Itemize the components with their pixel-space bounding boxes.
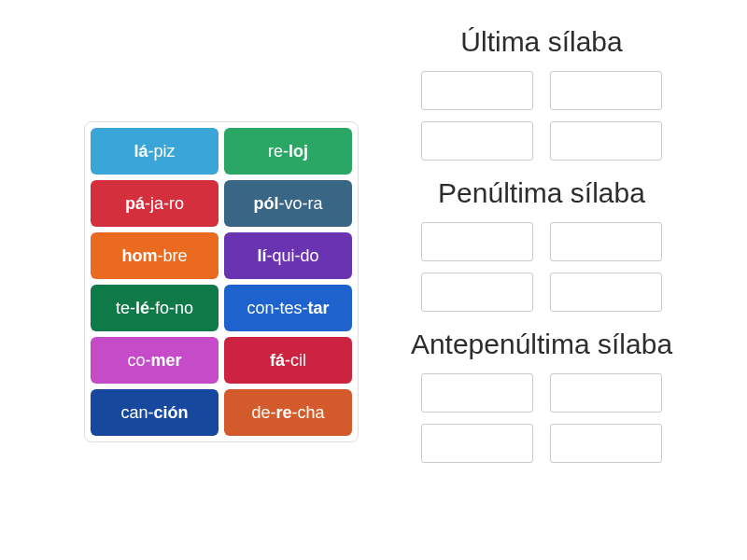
word-tile[interactable]: pá-ja-ro	[91, 180, 218, 227]
drop-slot[interactable]	[421, 424, 533, 463]
drop-slot[interactable]	[421, 71, 533, 110]
drop-slot[interactable]	[550, 373, 662, 413]
word-tile[interactable]: re-loj	[224, 128, 352, 175]
activity-stage: lá-pizre-lojpá-ja-ropól-vo-rahom-brelí-q…	[0, 0, 747, 560]
drop-zone-title: Última sílaba	[374, 26, 710, 58]
drop-zones-column: Última sílabaPenúltima sílabaAntepenúlti…	[374, 26, 710, 480]
word-tile[interactable]: de-re-cha	[224, 389, 352, 436]
drop-slot[interactable]	[550, 273, 662, 312]
drop-slot[interactable]	[421, 373, 533, 413]
word-tile[interactable]: pól-vo-ra	[224, 180, 352, 227]
drop-zone-slots	[374, 373, 710, 463]
drop-slot[interactable]	[421, 273, 533, 312]
drop-slot[interactable]	[550, 71, 662, 110]
word-tile[interactable]: lí-qui-do	[224, 232, 352, 279]
drop-zone-title: Antepenúltima sílaba	[374, 329, 710, 360]
word-tile[interactable]: can-ción	[91, 389, 218, 436]
word-tile[interactable]: con-tes-tar	[224, 285, 352, 331]
drop-slot[interactable]	[550, 121, 662, 161]
drop-slot[interactable]	[421, 121, 533, 161]
drop-slot[interactable]	[550, 222, 662, 261]
drop-zone-group: Antepenúltima sílaba	[374, 329, 710, 463]
drop-zone-slots	[374, 71, 710, 161]
word-tile[interactable]: lá-piz	[91, 128, 218, 175]
word-tile[interactable]: co-mer	[91, 337, 218, 384]
drop-zone-title: Penúltima sílaba	[374, 177, 710, 209]
drop-zone-slots	[374, 222, 710, 312]
tile-bank: lá-pizre-lojpá-ja-ropól-vo-rahom-brelí-q…	[84, 121, 359, 442]
drop-zone-group: Penúltima sílaba	[374, 177, 710, 312]
drop-zone-group: Última sílaba	[374, 26, 710, 161]
word-tile[interactable]: hom-bre	[91, 232, 218, 279]
drop-slot[interactable]	[421, 222, 533, 261]
drop-slot[interactable]	[550, 424, 662, 463]
word-tile[interactable]: te-lé-fo-no	[91, 285, 218, 331]
word-tile[interactable]: fá-cil	[224, 337, 352, 384]
